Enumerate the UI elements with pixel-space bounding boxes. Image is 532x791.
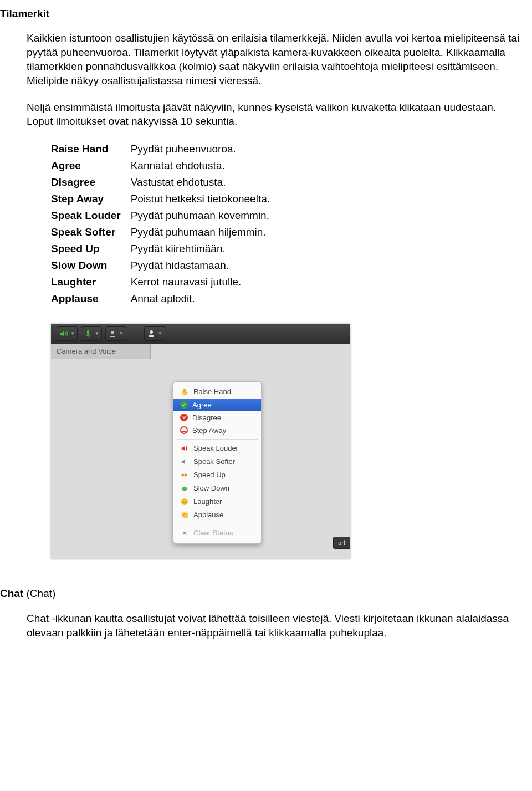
step-away-icon — [180, 426, 188, 434]
svg-point-5 — [181, 498, 188, 505]
svg-point-1 — [111, 331, 114, 334]
desc: Vastustat ehdotusta. — [131, 174, 280, 191]
speed-up-icon — [180, 471, 189, 479]
menu-item-step-away[interactable]: Step Away — [173, 424, 261, 437]
desc: Pyydät puheenvuoroa. — [131, 141, 280, 157]
term: Applause — [51, 290, 131, 307]
panel-body: ✋ Raise Hand ✓ Agree ✕ Disagree Step Awa… — [51, 359, 350, 559]
disagree-icon: ✕ — [180, 414, 188, 421]
clear-status-icon: ✕ — [180, 529, 189, 538]
table-row: Raise HandPyydät puheenvuoroa. — [51, 141, 280, 157]
webcam-button[interactable]: ▼ — [105, 326, 126, 341]
chat-heading: Chat (Chat) — [0, 586, 521, 601]
menu-item-laughter[interactable]: Laughter — [173, 495, 261, 508]
chevron-down-icon: ▼ — [70, 331, 75, 336]
svg-point-2 — [150, 330, 153, 334]
menu-item-label: Speak Softer — [193, 457, 235, 466]
menu-item-speak-louder[interactable]: Speak Louder — [173, 442, 261, 455]
term: Laughter — [51, 274, 131, 290]
agree-icon: ✓ — [180, 401, 188, 409]
menu-separator — [177, 524, 258, 524]
svg-point-6 — [183, 500, 184, 501]
chat-paragraph: Chat -ikkunan kautta osallistujat voivat… — [27, 611, 521, 640]
svg-rect-0 — [87, 330, 89, 335]
menu-item-label: Applause — [193, 511, 223, 519]
menu-item-label: Step Away — [192, 426, 226, 435]
speaker-button[interactable]: ▼ — [57, 326, 78, 341]
menu-item-applause[interactable]: 👏 Applause — [173, 508, 261, 522]
desc: Kerrot nauravasi jutulle. — [131, 274, 280, 290]
term: Speed Up — [51, 241, 131, 257]
speaker-icon — [59, 329, 68, 338]
raise-hand-icon: ✋ — [180, 387, 189, 396]
menu-separator — [177, 439, 258, 440]
chevron-down-icon: ▼ — [119, 331, 124, 336]
table-row: Speak SofterPyydät puhumaan hiljemmin. — [51, 224, 280, 241]
desc: Poistut hetkeksi tietokoneelta. — [131, 191, 280, 207]
definitions-table: Raise HandPyydät puheenvuoroa. AgreeKann… — [51, 141, 280, 307]
laughter-icon — [180, 497, 189, 506]
menu-item-label: Laughter — [193, 497, 222, 506]
speak-louder-icon — [180, 444, 189, 453]
table-row: Step AwayPoistut hetkeksi tietokoneelta. — [51, 191, 280, 207]
menu-item-slow-down[interactable]: Slow Down — [173, 482, 261, 495]
table-row: Slow DownPyydät hidastamaan. — [51, 257, 280, 274]
chat-heading-rest: (Chat) — [23, 588, 55, 599]
term: Step Away — [51, 191, 131, 207]
table-row: AgreeKannatat ehdotusta. — [51, 157, 280, 174]
page-title: Tilamerkit — [0, 8, 521, 20]
webcam-icon — [108, 329, 117, 338]
table-row: Speed UpPyydät kiirehtimään. — [51, 241, 280, 257]
menu-item-label: Agree — [192, 401, 212, 409]
menu-item-agree[interactable]: ✓ Agree — [173, 399, 261, 411]
menu-item-label: Disagree — [192, 414, 221, 422]
status-button[interactable]: ▼ — [144, 326, 165, 341]
menu-item-label: Speed Up — [193, 471, 226, 479]
table-row: ApplauseAnnat aplodit. — [51, 290, 280, 307]
table-row: LaughterKerrot nauravasi jutulle. — [51, 274, 280, 290]
desc: Pyydät kiirehtimään. — [131, 241, 280, 257]
status-menu: ✋ Raise Hand ✓ Agree ✕ Disagree Step Awa… — [173, 381, 262, 544]
menu-item-clear-status[interactable]: ✕ Clear Status — [173, 527, 261, 540]
desc: Pyydät puhumaan hiljemmin. — [131, 224, 280, 241]
menu-item-label: Speak Louder — [193, 444, 238, 452]
start-button-fragment[interactable]: art — [333, 537, 350, 549]
mic-icon — [84, 329, 93, 338]
menu-item-speak-softer[interactable]: Speak Softer — [173, 455, 261, 468]
term: Speak Louder — [51, 207, 131, 224]
svg-point-7 — [185, 500, 186, 501]
speak-softer-icon — [180, 457, 189, 466]
term: Agree — [51, 157, 131, 174]
menu-item-disagree[interactable]: ✕ Disagree — [173, 411, 261, 424]
svg-point-4 — [183, 486, 186, 488]
desc: Annat aplodit. — [131, 290, 280, 307]
menu-item-label: Slow Down — [193, 484, 229, 492]
applause-icon: 👏 — [180, 511, 189, 519]
table-row: Speak LouderPyydät puhumaan kovemmin. — [51, 207, 280, 224]
intro-paragraph-1: Kaikkien istuntoon osallistujien käytöss… — [27, 31, 521, 88]
term: Slow Down — [51, 257, 131, 274]
chevron-down-icon: ▼ — [95, 331, 99, 336]
slow-down-icon — [180, 484, 189, 493]
mic-button[interactable]: ▼ — [81, 326, 102, 341]
app-screenshot: ▼ ▼ ▼ ▼ Camera and Voice ✋ Raise Hand — [51, 324, 350, 559]
term: Disagree — [51, 174, 131, 191]
camera-voice-tab[interactable]: Camera and Voice — [51, 344, 151, 359]
chat-heading-bold: Chat — [0, 588, 23, 599]
toolbar: ▼ ▼ ▼ ▼ — [51, 324, 350, 344]
intro-paragraph-2: Neljä ensimmäistä ilmoitusta jäävät näky… — [27, 100, 521, 129]
menu-item-raise-hand[interactable]: ✋ Raise Hand — [173, 385, 261, 399]
menu-item-label: Raise Hand — [193, 387, 231, 396]
desc: Pyydät hidastamaan. — [131, 257, 280, 274]
chevron-down-icon: ▼ — [158, 331, 162, 336]
menu-item-label: Clear Status — [193, 529, 233, 537]
menu-item-speed-up[interactable]: Speed Up — [173, 468, 261, 482]
table-row: DisagreeVastustat ehdotusta. — [51, 174, 280, 191]
desc: Kannatat ehdotusta. — [131, 157, 280, 174]
term: Raise Hand — [51, 141, 131, 157]
desc: Pyydät puhumaan kovemmin. — [131, 207, 280, 224]
term: Speak Softer — [51, 224, 131, 241]
person-status-icon — [147, 329, 156, 338]
